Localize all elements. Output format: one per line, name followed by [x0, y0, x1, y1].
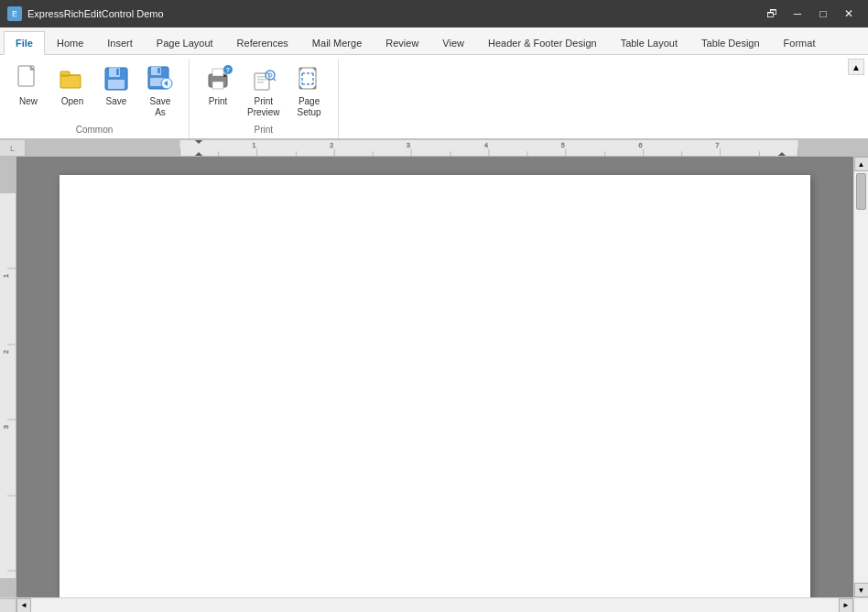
- svg-rect-70: [0, 578, 16, 597]
- horizontal-ruler: 1 2 3 4 5 6 7: [26, 140, 868, 157]
- svg-rect-14: [157, 68, 160, 73]
- print-group-label: Print: [197, 125, 331, 138]
- window-title: ExpressRichEditControl Demo: [27, 8, 164, 19]
- svg-text:2: 2: [330, 143, 333, 149]
- ribbon-item-print[interactable]: ? Print: [197, 60, 239, 112]
- common-items: New Open: [7, 60, 181, 123]
- tab-home[interactable]: Home: [45, 31, 95, 54]
- scroll-left-button[interactable]: ◄: [16, 598, 31, 613]
- title-bar-left: E ExpressRichEditControl Demo: [7, 6, 164, 21]
- ribbon-content: New Open: [0, 55, 868, 140]
- save-as-icon: [146, 65, 175, 94]
- print-preview-icon: [249, 65, 278, 94]
- common-group-label: Common: [7, 125, 181, 138]
- svg-text:5: 5: [561, 143, 565, 149]
- print-label: Print: [209, 96, 228, 107]
- scroll-track-vertical[interactable]: [854, 171, 868, 583]
- page-setup-icon: [295, 65, 324, 94]
- ribbon-collapse-button[interactable]: ▲: [848, 59, 864, 75]
- ribbon-group-print: ? Print Print Preview: [190, 59, 339, 138]
- ribbon-item-save-as[interactable]: Save As: [139, 60, 181, 123]
- scroll-track-horizontal[interactable]: [31, 598, 839, 612]
- close-button[interactable]: ✕: [837, 4, 861, 24]
- print-items: ? Print Print Preview: [197, 60, 331, 123]
- tab-page-layout[interactable]: Page Layout: [145, 31, 225, 54]
- ribbon-item-open[interactable]: Open: [51, 60, 93, 112]
- svg-text:2: 2: [3, 350, 9, 354]
- svg-rect-18: [212, 69, 223, 76]
- ruler-corner: L: [0, 140, 26, 157]
- window-controls: 🗗 ─ □ ✕: [760, 4, 861, 24]
- app-icon: E: [7, 6, 22, 21]
- document-area[interactable]: [16, 157, 853, 597]
- tab-table-layout[interactable]: Table Layout: [609, 31, 689, 54]
- bottom-corner: [0, 598, 16, 612]
- tab-file[interactable]: File: [4, 31, 45, 55]
- tab-table-design[interactable]: Table Design: [689, 31, 772, 54]
- ribbon-item-save[interactable]: Save: [95, 60, 137, 112]
- maximize-button[interactable]: □: [811, 4, 835, 24]
- tab-header-footer[interactable]: Header & Footer Design: [476, 31, 609, 54]
- tab-view[interactable]: View: [430, 31, 476, 54]
- scroll-up-button[interactable]: ▲: [854, 157, 869, 171]
- ribbon-group-common: New Open: [7, 59, 190, 138]
- open-label: Open: [61, 96, 83, 107]
- svg-text:3: 3: [3, 425, 9, 429]
- svg-line-27: [274, 79, 276, 81]
- print-badge: ?: [223, 65, 233, 74]
- scroll-right-button[interactable]: ►: [839, 598, 853, 613]
- svg-rect-24: [257, 82, 264, 83]
- svg-rect-10: [116, 69, 119, 75]
- ruler-container: L 1 2 3: [0, 140, 868, 157]
- main-area: 1 2 3 ▲ ▼: [0, 157, 868, 597]
- svg-text:3: 3: [407, 143, 410, 149]
- tab-format[interactable]: Format: [772, 31, 828, 54]
- minimize-button[interactable]: ─: [786, 4, 809, 24]
- horizontal-scrollbar: ◄ ►: [16, 598, 853, 612]
- svg-rect-38: [26, 140, 180, 156]
- tab-mail-merge[interactable]: Mail Merge: [300, 31, 374, 54]
- print-preview-label: Print Preview: [247, 96, 280, 118]
- svg-text:6: 6: [639, 143, 643, 149]
- new-label: New: [19, 96, 38, 107]
- svg-text:4: 4: [484, 143, 488, 149]
- new-icon: [14, 65, 43, 94]
- svg-rect-23: [257, 79, 266, 81]
- svg-text:1: 1: [252, 143, 255, 149]
- svg-rect-20: [223, 75, 226, 77]
- scrollbar-corner: [853, 598, 868, 612]
- tab-insert[interactable]: Insert: [95, 31, 145, 54]
- svg-rect-9: [108, 80, 125, 89]
- bottom-bar: ◄ ►: [0, 597, 868, 612]
- ribbon-item-print-preview[interactable]: Print Preview: [241, 60, 287, 123]
- svg-rect-71: [0, 193, 16, 578]
- vertical-scrollbar: ▲ ▼: [853, 157, 868, 597]
- ribbon-tabs: File Home Insert Page Layout References …: [0, 27, 868, 55]
- svg-rect-4: [60, 75, 81, 88]
- ribbon-item-new[interactable]: New: [7, 60, 49, 112]
- save-as-label: Save As: [150, 96, 171, 118]
- tab-references[interactable]: References: [225, 31, 300, 54]
- save-label: Save: [106, 96, 127, 107]
- tab-review[interactable]: Review: [374, 31, 430, 54]
- scroll-down-button[interactable]: ▼: [854, 583, 869, 597]
- vertical-ruler: 1 2 3: [0, 157, 16, 597]
- svg-rect-69: [0, 157, 16, 193]
- svg-text:1: 1: [3, 274, 9, 278]
- page-setup-label: Page Setup: [298, 96, 321, 118]
- print-icon: ?: [203, 65, 233, 94]
- title-bar: E ExpressRichEditControl Demo 🗗 ─ □ ✕: [0, 0, 868, 27]
- svg-rect-19: [212, 82, 223, 89]
- restore-button[interactable]: 🗗: [760, 4, 784, 24]
- svg-text:7: 7: [715, 143, 719, 149]
- open-icon: [58, 65, 87, 94]
- document-page: [60, 175, 810, 597]
- svg-rect-39: [797, 140, 868, 156]
- ribbon-item-page-setup[interactable]: Page Setup: [288, 60, 331, 123]
- save-icon: [102, 65, 131, 94]
- scroll-thumb-vertical[interactable]: [856, 173, 866, 210]
